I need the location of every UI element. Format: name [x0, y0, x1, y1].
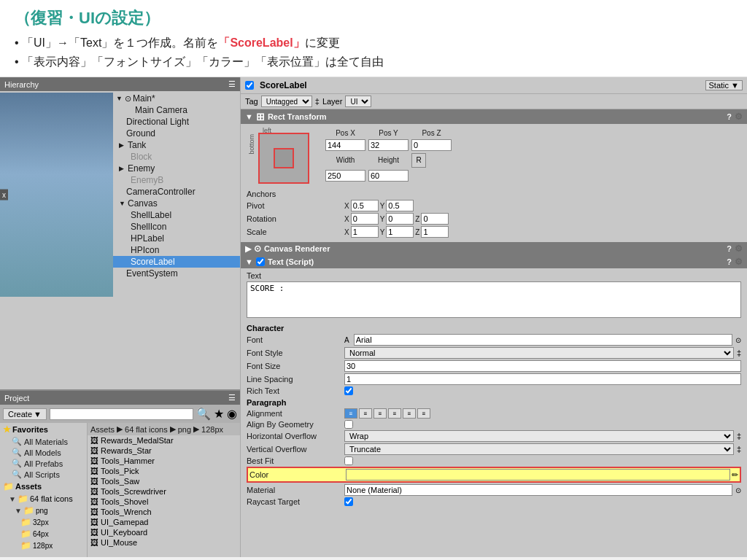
raycast-label: Raycast Target [247, 497, 341, 506]
tag-dropdown[interactable]: Untagged [261, 96, 312, 107]
text-script-header[interactable]: ▼ Text (Script) ? ⚙ [241, 255, 747, 268]
file-tools-shovel[interactable]: 🖼Tools_Shovel [88, 497, 240, 507]
rect-transform-header[interactable]: ▼ ⊞ Rect Transform ? ⚙ [241, 109, 747, 124]
height-input[interactable] [368, 170, 409, 182]
text-script-gear-icon[interactable]: ⚙ [735, 257, 743, 267]
pos-z-input[interactable] [411, 139, 452, 151]
align-mid-center[interactable]: ≡ [403, 408, 416, 419]
eye-icon[interactable]: ◉ [227, 407, 237, 421]
file-ui-gamepad[interactable]: 🖼UI_Gamepad [88, 517, 240, 527]
file-ui-mouse[interactable]: 🖼UI_Mouse [88, 537, 240, 548]
font-select-icon[interactable]: ⊙ [735, 336, 741, 344]
scale-y-input[interactable] [386, 226, 414, 238]
rot-x-label: X [344, 215, 349, 223]
hierarchy-menu-icon[interactable]: ☰ [228, 79, 236, 89]
material-input[interactable] [344, 484, 732, 496]
tree-item-shellicon[interactable]: ShellIcon [113, 221, 240, 233]
rot-y-input[interactable] [386, 213, 414, 225]
align-by-geometry-checkbox[interactable] [344, 420, 353, 429]
align-mid-left[interactable]: ≡ [388, 408, 401, 419]
material-select-icon[interactable]: ⊙ [735, 486, 741, 494]
tree-item-ground[interactable]: Ground [113, 128, 240, 139]
canvas-renderer-header[interactable]: ▶ ⊙ Canvas Renderer ? ⚙ [241, 242, 747, 255]
anchors-label: Anchors [247, 190, 341, 198]
object-name-input[interactable] [260, 80, 700, 90]
rot-x-input[interactable] [351, 213, 379, 225]
pivot-y-input[interactable] [386, 200, 414, 211]
tree-item-enemy[interactable]: ▶ Enemy [113, 163, 240, 174]
tree-item-shelllabel[interactable]: ShellLabel [113, 209, 240, 221]
material-row: Material ⊙ [247, 484, 741, 496]
pivot-x-input[interactable] [351, 200, 379, 211]
tree-item-canvas[interactable]: ▼ Canvas [113, 198, 240, 209]
align-top-center[interactable]: ≡ [359, 408, 372, 419]
tree-item-hplabel[interactable]: HPLabel [113, 233, 240, 244]
vertical-overflow-dropdown[interactable]: Truncate [344, 443, 734, 455]
project-menu-icon[interactable]: ☰ [228, 393, 236, 402]
fav-all-models[interactable]: 🔍 All Models [0, 447, 87, 458]
create-button[interactable]: Create ▼ [3, 408, 47, 420]
rect-transform-gear-icon[interactable]: ⚙ [735, 112, 743, 122]
tree-item-tank[interactable]: ▶ Tank [113, 139, 240, 151]
file-ui-keyboard[interactable]: 🖼UI_Keyboard [88, 527, 240, 537]
file-tools-pick[interactable]: 🖼Tools_Pick [88, 466, 240, 476]
canvas-renderer-gear-icon[interactable]: ⚙ [735, 244, 743, 254]
assets-128px[interactable]: 📁 128px [0, 540, 87, 551]
assets-png[interactable]: ▼ 📁 png [0, 505, 87, 516]
assets-64px[interactable]: 📁 64px [0, 528, 87, 540]
align-top-left[interactable]: ≡ [344, 408, 357, 419]
tree-item-cameracontroller[interactable]: CameraController [113, 186, 240, 198]
rich-text-checkbox[interactable] [344, 386, 353, 395]
best-fit-checkbox[interactable] [344, 456, 353, 465]
rect-transform-body: left bottom Pos X Pos Y Pos Z [241, 124, 747, 242]
file-tools-hammer[interactable]: 🖼Tools_Hammer [88, 456, 240, 466]
file-rewards-medalstar[interactable]: 🖼Rewards_MedalStar [88, 435, 240, 446]
canvas-renderer-expand-icon: ▶ [245, 244, 251, 254]
fav-all-scripts[interactable]: 🔍 All Scripts [0, 469, 87, 480]
pos-x-col-header: Pos X [325, 129, 365, 137]
rot-z-input[interactable] [421, 213, 449, 225]
assets-64flaticons[interactable]: ▼ 📁 64 flat icons [0, 493, 87, 505]
layer-dropdown[interactable]: UI [345, 96, 371, 107]
tree-item-block[interactable]: Block [113, 151, 240, 163]
font-style-dropdown[interactable]: Normal [344, 347, 734, 359]
r-button[interactable]: R [411, 153, 426, 168]
text-script-enabled-checkbox[interactable] [256, 257, 265, 266]
scale-z-input[interactable] [421, 226, 449, 238]
text-textarea[interactable] [247, 281, 741, 318]
tree-item-main[interactable]: ▼ ⊙ Main* [113, 93, 240, 104]
pos-x-input[interactable] [325, 139, 365, 151]
align-mid-right[interactable]: ≡ [417, 408, 430, 419]
horizontal-overflow-dropdown[interactable]: Wrap [344, 430, 734, 442]
line-spacing-input[interactable] [344, 373, 741, 385]
tree-item-enemyb[interactable]: EnemyB [113, 174, 240, 186]
static-dropdown[interactable]: Static ▼ [705, 80, 743, 90]
assets-32px[interactable]: 📁 32px [0, 516, 87, 528]
tree-label-canvas: Canvas [128, 198, 158, 209]
tree-item-hpicon[interactable]: HPIcon [113, 244, 240, 256]
fav-all-materials[interactable]: 🔍 All Materials [0, 436, 87, 447]
tree-item-dirlight[interactable]: Directional Light [113, 116, 240, 128]
tree-item-scorelabel[interactable]: ScoreLabel [113, 256, 240, 268]
align-top-right[interactable]: ≡ [374, 408, 387, 419]
object-active-checkbox[interactable] [245, 81, 254, 90]
file-tools-screwdriver[interactable]: 🖼Tools_Screwdriver [88, 486, 240, 497]
font-size-input[interactable] [344, 360, 741, 372]
path-breadcrumb: Assets ▶ 64 flat icons ▶ png ▶ 128px [88, 423, 240, 435]
raycast-checkbox[interactable] [344, 497, 353, 506]
fav-all-prefabs[interactable]: 🔍 All Prefabs [0, 458, 87, 469]
pos-y-input[interactable] [368, 139, 409, 151]
tree-item-eventsystem[interactable]: EventSystem [113, 268, 240, 279]
file-tools-saw[interactable]: 🖼Tools_Saw [88, 476, 240, 486]
tree-item-maincamera[interactable]: Main Camera [113, 104, 240, 116]
star-filter-icon[interactable]: ★ [214, 407, 224, 421]
rect-transform-title: Rect Transform [268, 112, 327, 121]
color-picker-icon[interactable]: ✏ [732, 470, 738, 480]
font-input[interactable] [354, 334, 732, 346]
scale-x-input[interactable] [351, 226, 379, 238]
project-search-input[interactable] [50, 408, 193, 420]
width-input[interactable] [325, 170, 365, 182]
file-rewards-star[interactable]: 🖼Rewards_Star [88, 446, 240, 456]
file-tools-wrench[interactable]: 🖼Tools_Wrench [88, 507, 240, 517]
color-field[interactable] [346, 469, 730, 481]
